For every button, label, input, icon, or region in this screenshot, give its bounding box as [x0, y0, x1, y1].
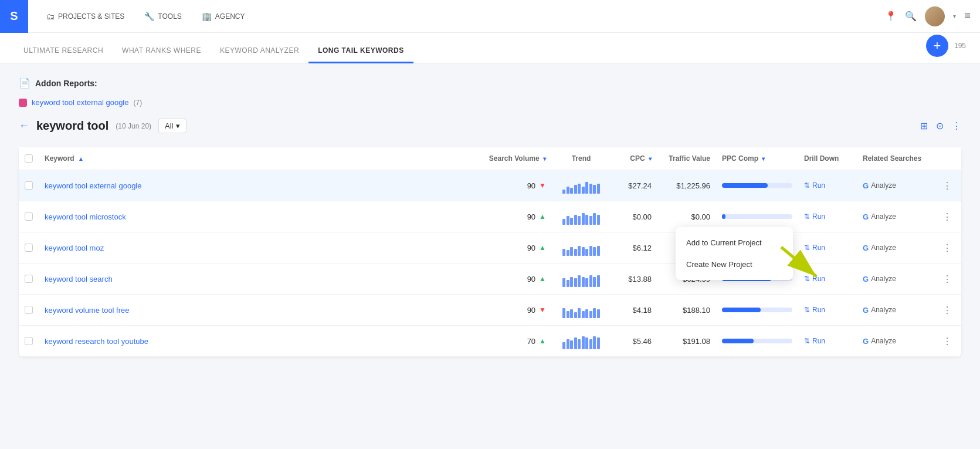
row-checkbox[interactable] [25, 244, 33, 252]
row-more-button[interactable]: ⋮ [939, 335, 955, 347]
search-icon[interactable]: 🔍 [905, 11, 917, 22]
trend-bar [589, 216, 592, 225]
ppc-bar [722, 308, 761, 312]
tab-longtail[interactable]: LONG TAIL KEYWORDS [308, 38, 413, 63]
th-analyze: Related Searches [857, 147, 933, 170]
keyword-link[interactable]: keyword tool moz [45, 244, 104, 252]
trend-bars [558, 177, 605, 194]
analyze-cell[interactable]: G Analyze [863, 244, 927, 252]
trend-bar [593, 213, 596, 225]
analyze-cell[interactable]: G Analyze [863, 181, 927, 190]
filter-value: All [165, 121, 173, 130]
th-keyword[interactable]: Keyword ▲ [39, 147, 476, 170]
keyword-link[interactable]: keyword research tool youtube [45, 337, 148, 346]
drill-icon: ⇅ [804, 181, 810, 190]
th-volume[interactable]: Search Volume ▾ [476, 147, 552, 170]
nav-item-agency[interactable]: 🏢 AGENCY [193, 8, 254, 25]
th-traffic: Traffic Value [657, 147, 716, 170]
trend-bar [574, 337, 577, 349]
tab-analyzer[interactable]: KEYWORD ANALYZER [211, 38, 308, 63]
tab-ranks[interactable]: WHAT RANKS WHERE [113, 38, 211, 63]
analyze-cell[interactable]: G Analyze [863, 337, 927, 346]
cell-analyze: G Analyze [857, 264, 933, 295]
row-checkbox[interactable] [25, 212, 33, 221]
location-icon[interactable]: 📍 [885, 11, 897, 22]
trend-bar [597, 246, 600, 256]
row-more-button[interactable]: ⋮ [939, 273, 955, 285]
analyze-cell[interactable]: G Analyze [863, 306, 927, 315]
hamburger-icon[interactable]: ≡ [964, 10, 971, 22]
nav-item-projects[interactable]: 🗂 PROJECTS & SITES [38, 8, 133, 25]
keyword-link[interactable]: keyword tool search [45, 275, 113, 283]
th-ppc[interactable]: PPC Comp ▾ [716, 147, 798, 170]
cell-volume: 90 ▼ [476, 295, 552, 326]
drill-cell[interactable]: ⇅ Run [804, 337, 851, 345]
add-button[interactable]: + [926, 35, 948, 57]
row-checkbox[interactable] [25, 275, 33, 283]
logo[interactable]: S [0, 0, 28, 33]
addon-title: Addon Reports: [35, 79, 97, 88]
cell-drill: ⇅ Run [798, 170, 857, 201]
addon-link[interactable]: keyword tool external google [32, 98, 129, 107]
trend-bar [578, 246, 581, 256]
more-options-icon[interactable]: ⋮ [952, 120, 961, 131]
keyword-link[interactable]: keyword tool external google [45, 181, 142, 190]
trend-down-icon: ▼ [539, 181, 546, 190]
analyze-cell[interactable]: G Analyze [863, 212, 927, 221]
cell-cpc: $4.18 [611, 295, 657, 326]
cell-trend [552, 295, 611, 326]
nav-item-tools[interactable]: 🔧 TOOLS [135, 8, 190, 25]
avatar[interactable] [925, 6, 945, 26]
trend-bar [567, 339, 569, 350]
filter-dropdown[interactable]: All ▾ [158, 119, 186, 133]
th-analyze-label: Related Searches [863, 154, 921, 163]
drill-label: Run [812, 306, 825, 314]
addon-header: 📄 Addon Reports: [19, 77, 961, 89]
doc-icon: 📄 [19, 77, 30, 89]
row-checkbox[interactable] [25, 181, 33, 190]
addon-count: (7) [134, 99, 143, 107]
trend-bar [593, 308, 596, 319]
back-button[interactable]: ← [19, 120, 29, 132]
row-checkbox[interactable] [25, 337, 33, 345]
row-checkbox[interactable] [25, 306, 33, 314]
drill-cell[interactable]: ⇅ Run [804, 306, 851, 314]
cell-volume: 90 ▲ [476, 232, 552, 264]
cell-drill: ⇅ Run [798, 295, 857, 326]
th-cpc[interactable]: CPC ▾ [611, 147, 657, 170]
volume-num: 70 [527, 337, 535, 346]
cell-analyze: G Analyze [857, 201, 933, 232]
ppc-bar-container [722, 214, 792, 219]
cell-more: ⋮ [933, 232, 961, 264]
settings-icon[interactable]: ⊙ [936, 120, 944, 131]
analyze-label: Analyze [871, 244, 896, 252]
select-all-checkbox[interactable] [25, 154, 33, 163]
analyze-cell[interactable]: G Analyze [863, 275, 927, 283]
row-more-button[interactable]: ⋮ [939, 242, 955, 254]
ppc-bar-bg [722, 183, 792, 188]
cell-checkbox [19, 170, 39, 201]
row-more-button[interactable]: ⋮ [939, 211, 955, 223]
trend-bar [567, 250, 569, 256]
trend-bar [597, 184, 600, 194]
ppc-bar-container [722, 308, 792, 312]
tab-ultimate[interactable]: ULTIMATE RESEARCH [14, 38, 113, 63]
keyword-link[interactable]: keyword tool microstock [45, 212, 126, 221]
cell-ppc [716, 326, 798, 357]
th-volume-label: Search Volume [489, 154, 540, 163]
th-select-all[interactable] [19, 147, 39, 170]
trend-bars [558, 333, 605, 349]
keyword-link[interactable]: keyword volume tool free [45, 306, 130, 315]
columns-icon[interactable]: ⊞ [920, 120, 928, 131]
nav-item-tools-label: TOOLS [158, 12, 181, 21]
trend-bar [570, 340, 573, 349]
row-more-button[interactable]: ⋮ [939, 180, 955, 192]
nav-item-projects-label: PROJECTS & SITES [58, 12, 124, 21]
avatar-chevron[interactable]: ▾ [953, 13, 956, 19]
drill-cell[interactable]: ⇅ Run [804, 212, 851, 221]
drill-label: Run [812, 337, 825, 345]
row-more-button[interactable]: ⋮ [939, 304, 955, 316]
drill-cell[interactable]: ⇅ Run [804, 181, 851, 190]
trend-bar [585, 337, 588, 349]
cell-traffic: $191.08 [657, 326, 716, 357]
